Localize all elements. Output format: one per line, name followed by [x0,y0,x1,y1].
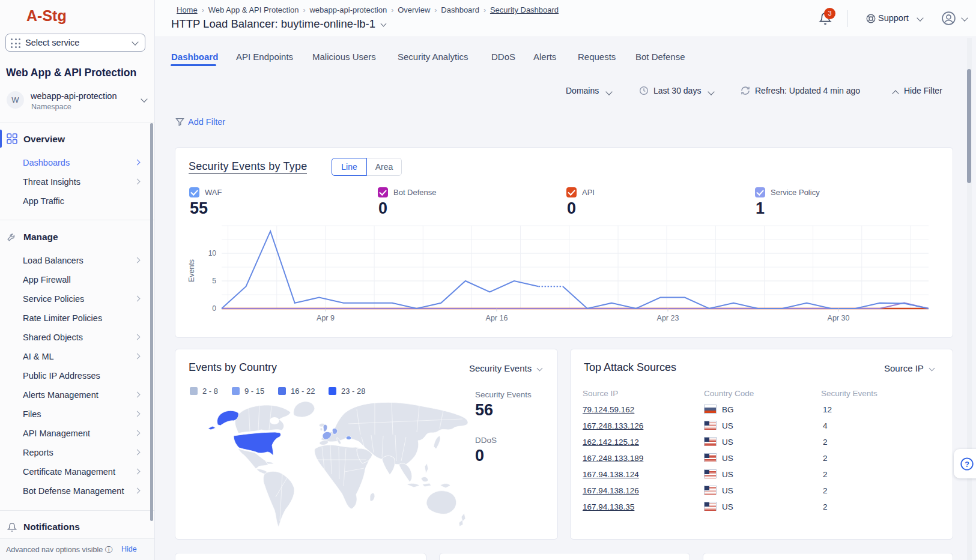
svg-text:10: 10 [208,249,217,257]
svg-text:?: ? [965,460,969,469]
svg-text:Apr 30: Apr 30 [828,314,850,322]
svg-text:Apr 9: Apr 9 [317,314,335,322]
svg-text:Apr 23: Apr 23 [657,314,679,322]
svg-text:5: 5 [212,277,216,285]
svg-text:Events: Events [187,259,196,282]
svg-text:0: 0 [212,304,216,313]
svg-text:Apr 16: Apr 16 [486,314,508,322]
